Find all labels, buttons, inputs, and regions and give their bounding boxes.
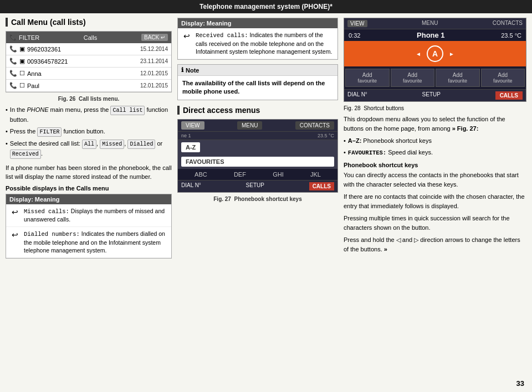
contacts-tab[interactable]: CONTACTS xyxy=(295,121,334,130)
ghi-key[interactable]: GHI xyxy=(273,171,284,178)
possible-displays-heading: Possible displays in the Calls menu xyxy=(6,185,172,192)
az-row: A-Z xyxy=(178,140,337,154)
contacts-tab-right[interactable]: CONTACTS xyxy=(493,20,523,27)
right-arrow-btn[interactable]: ► xyxy=(449,51,454,57)
add-label-1: Add xyxy=(348,72,387,78)
bullet-dot: • xyxy=(344,148,346,158)
fig26-label: Fig. 26 xyxy=(58,96,76,102)
favourites-row: FAVOURITES xyxy=(178,154,337,169)
display-meaning-box-left: Display: Meaning ↩ Missed calls: Display… xyxy=(6,194,172,259)
calls-right[interactable]: CALLS xyxy=(495,91,523,100)
add-label-2: Add xyxy=(393,72,432,78)
phone-number: 009364578221 xyxy=(27,58,68,65)
shortcut-button-4[interactable]: Add favourite xyxy=(481,69,525,87)
def-key[interactable]: DEF xyxy=(234,171,246,178)
left-column: Call Menu (call lists) 📞 FILTER Calls BA… xyxy=(6,18,172,386)
bullet-dot: • xyxy=(6,127,8,137)
right-column: VIEW MENU CONTACTS 0:32 Phone 1 23.5 °C … xyxy=(344,18,526,386)
phone-bottom-bar: DIAL N° SETUP CALLS xyxy=(178,180,337,192)
dialled-btn[interactable]: Dialled xyxy=(127,140,155,149)
phone-right-header: VIEW MENU CONTACTS xyxy=(344,18,526,29)
page-container: Telephone management system (PHONE)* Cal… xyxy=(0,0,532,392)
view-tab[interactable]: VIEW xyxy=(181,121,204,130)
phone-time: 0:32 xyxy=(349,32,360,39)
abc-row: ABC DEF GHI JKL xyxy=(178,169,337,180)
mobile-icon: ▣ xyxy=(19,58,25,65)
phonebook-body-3: Pressing multiple times in quick success… xyxy=(344,214,526,232)
missed-calls-text: Missed calls: Displays the numbers of mi… xyxy=(24,207,168,224)
dial-no-label: DIAL N° xyxy=(181,182,201,190)
back-button[interactable]: BACK ↵ xyxy=(141,34,168,41)
az-button[interactable]: A-Z xyxy=(181,142,200,152)
list-item: ↩ Missed calls: Displays the numbers of … xyxy=(6,204,171,227)
phonebook-body-4: Press and hold the ◁ and ▷ direction arr… xyxy=(344,235,526,254)
table-row[interactable]: 📞 ▣ 9962032361 15.12.2014 xyxy=(6,43,171,55)
phone-ui-shortcut: VIEW MENU CONTACTS 0:32 Phone 1 23.5 °C … xyxy=(344,18,526,102)
filter-btn-ref[interactable]: FILTER xyxy=(37,127,62,137)
table-row[interactable]: 📞 ☐ Paul 12.01.2015 xyxy=(6,80,171,92)
phone-type-icon: ☐ xyxy=(19,70,25,77)
phone-bottom-right: DIAL N° SETUP CALLS xyxy=(344,89,526,101)
phone-title: Phone 1 xyxy=(417,31,445,39)
jkl-key[interactable]: JKL xyxy=(310,171,321,178)
missed-btn[interactable]: Missed xyxy=(100,140,124,149)
view-tab-right[interactable]: VIEW xyxy=(347,20,367,27)
fig27-label: Fig. 27 xyxy=(213,196,231,202)
filter-label: FILTER xyxy=(19,34,39,41)
info-icon: ℹ xyxy=(181,66,183,74)
table-row[interactable]: 📞 ☐ Anna 12.01.2015 xyxy=(6,68,171,80)
call-date: 12.01.2015 xyxy=(140,82,168,89)
menu-tab-right[interactable]: MENU xyxy=(422,20,438,27)
received-btn[interactable]: Received xyxy=(10,149,41,159)
display-meaning-box-mid: Display: Meaning ↩ Received calls: Indic… xyxy=(177,18,338,60)
list-item: ↩ Received calls: Indicates the numbers … xyxy=(178,28,337,59)
missed-call-icon: 📞 xyxy=(9,58,17,65)
call-date: 15.12.2014 xyxy=(140,46,168,52)
mobile-icon: ▣ xyxy=(19,45,25,53)
menu-tab[interactable]: MENU xyxy=(237,121,262,130)
favourite-label-3: favourite xyxy=(438,78,477,84)
favourite-label-4: favourite xyxy=(484,78,523,84)
list-item: • A–Z: Phonebook shortcut keys xyxy=(344,136,526,146)
shortcut-button-3[interactable]: Add favourite xyxy=(436,69,480,87)
table-row[interactable]: 📞 ▣ 009364578221 23.11.2014 xyxy=(6,55,171,68)
phone-status-bar: 0:32 Phone 1 23.5 °C xyxy=(344,29,526,41)
phonebook-heading: Phonebook shortcut keys xyxy=(344,162,526,168)
list-item: • Press the FILTER function button. xyxy=(6,127,172,137)
left-arrow-btn[interactable]: ◄ xyxy=(416,51,421,57)
shortcut-button-1[interactable]: Add favourite xyxy=(345,69,390,87)
note-label: Note xyxy=(186,67,199,74)
favourite-label-1: favourite xyxy=(348,78,387,84)
calls-button[interactable]: CALLS xyxy=(309,182,334,190)
dialled-text: Dialled numbers: Indicates the numbers d… xyxy=(24,230,168,255)
all-btn[interactable]: All xyxy=(82,140,96,149)
bullet-dot: • xyxy=(6,139,8,159)
phone-number: 9962032361 xyxy=(27,46,61,53)
calls-label: Calls xyxy=(84,34,97,41)
direct-access-title: Direct access menus xyxy=(177,106,338,115)
note-body: The availability of the call lists will … xyxy=(178,76,337,100)
dial-no-right: DIAL N° xyxy=(347,91,367,100)
favourite-label-2: favourite xyxy=(393,78,432,84)
fig27-text: Phonebook shortcut keys xyxy=(234,196,302,202)
favourites-button[interactable]: FAVOURITES xyxy=(181,157,334,167)
call-list-button[interactable]: Call list xyxy=(110,106,145,115)
phone-temp: 23.5 °C xyxy=(501,32,521,39)
page-header: Telephone management system (PHONE)* xyxy=(0,0,532,13)
received-calls-icon: ↩ xyxy=(181,31,192,42)
call-icon: 📞 xyxy=(9,82,17,89)
preview-text: ne 1 xyxy=(181,133,191,138)
abc-key[interactable]: ABC xyxy=(195,171,207,178)
instruction-2: Press the FILTER function button. xyxy=(10,127,105,137)
add-label-4: Add xyxy=(484,72,523,78)
phonebook-body-2: If there are no contacts that coincide w… xyxy=(344,192,526,210)
contact-name: Paul xyxy=(27,82,39,89)
filter-button[interactable]: 📞 FILTER xyxy=(9,34,39,41)
phone-preview-bar: ne 1 23.5 °C xyxy=(178,132,337,140)
received-calls-text: Received calls: Indicates the numbers of… xyxy=(196,31,334,56)
circle-display: A xyxy=(427,45,443,62)
phone-icon: 📞 xyxy=(9,34,17,41)
call-icon: 📞 xyxy=(9,70,17,77)
shortcut-button-2[interactable]: Add favourite xyxy=(391,69,435,87)
contact-name: Anna xyxy=(27,70,42,77)
